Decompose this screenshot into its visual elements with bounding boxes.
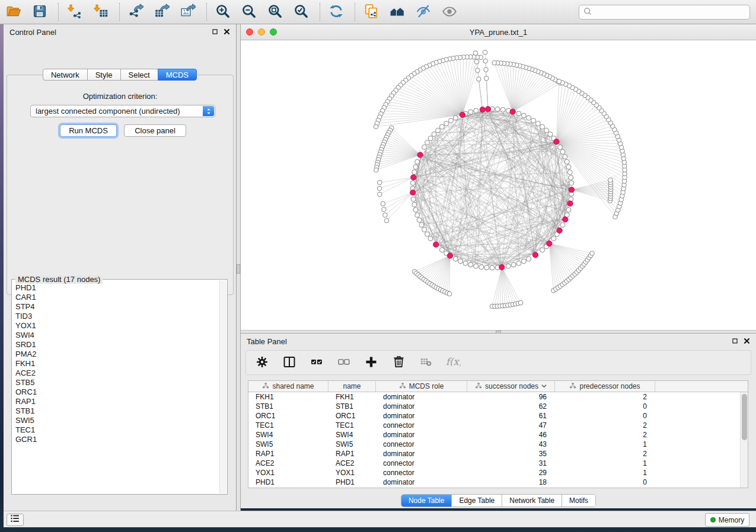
sort-desc-icon xyxy=(541,382,547,390)
search-input[interactable] xyxy=(595,8,749,17)
column-header-successor-nodes[interactable]: successor nodes xyxy=(467,381,555,392)
splitter-grip[interactable] xyxy=(237,264,240,274)
column-label: predecessor nodes xyxy=(579,382,640,390)
tab-edge-table[interactable]: Edge Table xyxy=(452,495,502,507)
table-scrollbar-thumb[interactable] xyxy=(742,394,747,440)
zoom-out-button[interactable] xyxy=(239,2,259,22)
table-scrollbar[interactable] xyxy=(740,392,748,488)
save-button[interactable] xyxy=(30,2,50,22)
vertical-splitter[interactable] xyxy=(237,24,241,511)
delete-column-button[interactable] xyxy=(390,354,407,371)
clear-checks-button[interactable] xyxy=(335,354,353,371)
mcds-result-item[interactable]: STB1 xyxy=(14,406,219,416)
export-table-button[interactable] xyxy=(152,2,172,22)
close-panel-icon[interactable] xyxy=(744,336,750,347)
table-cell: STB1 xyxy=(328,402,376,411)
table-cell: 0 xyxy=(555,477,655,487)
close-panel-button[interactable]: Close panel xyxy=(124,124,186,137)
tab-mcds[interactable]: MCDS xyxy=(158,69,197,81)
status-bar: Memory xyxy=(4,511,756,527)
export-image-button[interactable] xyxy=(178,2,198,22)
table-row[interactable]: TEC1TEC1connector472 xyxy=(248,421,748,430)
mcds-result-item[interactable]: TID3 xyxy=(14,312,219,321)
mcds-result-item[interactable]: ACE2 xyxy=(14,368,219,378)
select-all-checks-button[interactable] xyxy=(308,354,326,371)
homes-button[interactable] xyxy=(387,2,407,22)
refresh-icon xyxy=(328,4,344,21)
mcds-result-item[interactable]: ORC1 xyxy=(14,387,219,397)
mcds-result-item[interactable]: GCR1 xyxy=(14,435,219,444)
mcds-result-item[interactable]: RAP1 xyxy=(14,397,219,406)
tab-select[interactable]: Select xyxy=(120,69,158,81)
tab-motifs[interactable]: Motifs xyxy=(562,495,595,507)
open-folder-button[interactable] xyxy=(4,2,24,22)
network-canvas[interactable] xyxy=(241,40,756,330)
table-cell: dominator xyxy=(376,449,467,459)
table-row[interactable]: SWI4SWI4dominator462 xyxy=(248,430,748,440)
close-panel-icon[interactable] xyxy=(224,27,230,37)
table-row[interactable]: YOX1YOX1connector291 xyxy=(248,468,748,477)
mcds-list-scrollbar[interactable] xyxy=(219,280,227,493)
split-columns-icon xyxy=(282,355,296,371)
show-details-button[interactable] xyxy=(439,2,460,22)
add-column-icon xyxy=(364,355,378,371)
import-table-button[interactable] xyxy=(91,2,111,22)
mcds-result-item[interactable]: STB5 xyxy=(14,378,219,387)
mcds-result-item[interactable]: CAR1 xyxy=(14,293,219,302)
tab-node-table[interactable]: Node Table xyxy=(401,495,452,507)
hide-details-button[interactable] xyxy=(413,2,433,22)
table-cell: dominator xyxy=(376,477,467,487)
table-cell: dominator xyxy=(376,411,467,421)
gear-button[interactable] xyxy=(253,354,271,371)
mcds-result-item[interactable]: PHD1 xyxy=(14,283,219,293)
table-cell: RAP1 xyxy=(328,449,376,459)
import-network-button[interactable] xyxy=(65,2,85,22)
split-columns-button[interactable] xyxy=(280,354,298,371)
run-mcds-button[interactable]: Run MCDS xyxy=(60,124,117,137)
add-column-button[interactable] xyxy=(362,354,380,371)
mcds-result-item[interactable]: PMA2 xyxy=(14,350,219,359)
zoom-fit-button[interactable] xyxy=(265,2,285,22)
table-row[interactable]: ORC1ORC1dominator610 xyxy=(248,411,748,421)
float-panel-icon[interactable] xyxy=(732,336,738,347)
mcds-result-item[interactable]: YOX1 xyxy=(14,321,219,331)
export-network-button[interactable] xyxy=(126,2,146,22)
table-row[interactable]: STB1STB1dominator620 xyxy=(248,402,748,411)
zoom-in-button[interactable] xyxy=(213,2,233,22)
network-window: YPA_prune.txt_1 xyxy=(241,24,756,330)
mcds-result-item[interactable]: STP4 xyxy=(14,302,219,312)
mcds-result-item[interactable]: TEC1 xyxy=(14,425,219,435)
float-panel-icon[interactable] xyxy=(212,27,218,37)
delete-table-icon xyxy=(420,355,432,370)
column-header-shared-name[interactable]: shared name xyxy=(248,381,328,392)
table-cell: connector xyxy=(376,459,467,468)
table-row[interactable]: ACE2ACE2connector311 xyxy=(248,459,748,468)
refresh-button[interactable] xyxy=(326,2,346,22)
mcds-result-item[interactable]: FKH1 xyxy=(14,359,219,368)
memory-button[interactable]: Memory xyxy=(705,513,749,527)
table-cell: 0 xyxy=(555,402,655,411)
clone-network-button[interactable] xyxy=(361,2,381,22)
search-box xyxy=(579,5,750,20)
table-row[interactable]: PHD1PHD1dominator180 xyxy=(248,477,748,487)
toolbar-separator xyxy=(206,3,207,21)
tab-network[interactable]: Network xyxy=(43,69,88,81)
table-cell: 31 xyxy=(467,459,555,468)
tab-style[interactable]: Style xyxy=(87,69,121,81)
zoom-selected-button[interactable] xyxy=(291,2,311,22)
main-toolbar xyxy=(0,0,756,24)
mcds-result-item[interactable]: SRD1 xyxy=(14,340,219,350)
import-network-icon xyxy=(67,4,82,21)
column-header-predecessor-nodes[interactable]: predecessor nodes xyxy=(555,381,655,392)
task-history-button[interactable] xyxy=(7,514,24,526)
mcds-result-item[interactable]: SWI4 xyxy=(14,331,219,340)
column-header-name[interactable]: name xyxy=(328,381,376,392)
table-row[interactable]: FKH1FKH1dominator962 xyxy=(248,392,748,402)
tab-network-table[interactable]: Network Table xyxy=(502,495,562,507)
table-row[interactable]: RAP1RAP1dominator352 xyxy=(248,449,748,459)
optimization-criterion-label: Optimization criterion: xyxy=(7,92,233,101)
table-row[interactable]: SWI5SWI5connector431 xyxy=(248,440,748,449)
mcds-result-item[interactable]: SWI5 xyxy=(14,416,219,425)
optimization-criterion-select[interactable]: largest connected component (undirected) xyxy=(30,105,215,117)
column-header-MCDS-role[interactable]: MCDS role xyxy=(376,381,467,392)
